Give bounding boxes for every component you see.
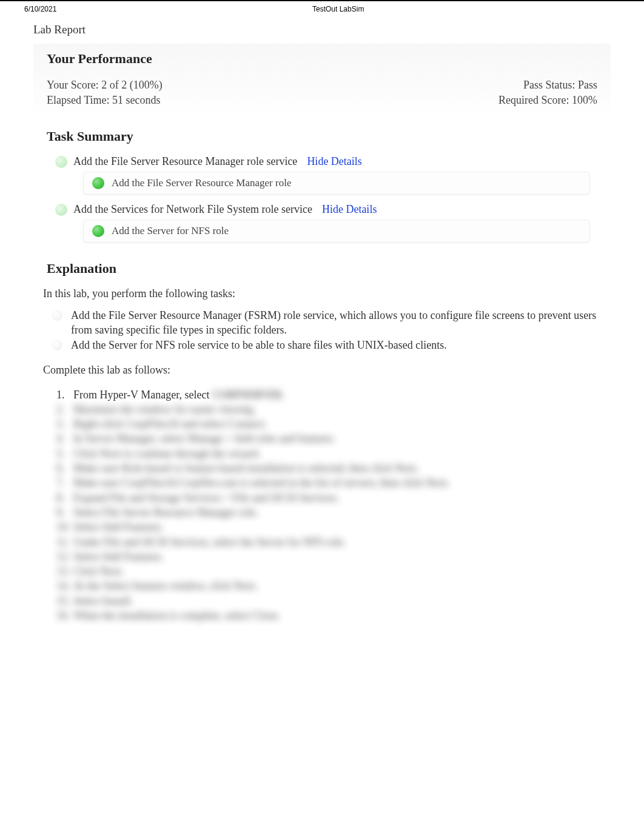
explanation-section: Explanation In this lab, you perform the… xyxy=(33,256,611,628)
task-summary-heading: Task Summary xyxy=(47,129,597,144)
hide-details-link[interactable]: Hide Details xyxy=(307,155,361,168)
task-summary-section: Task Summary Add the File Server Resourc… xyxy=(33,124,611,256)
check-icon xyxy=(92,225,104,237)
elapsed-time: Elapsed Time: 51 seconds xyxy=(47,93,161,108)
subtask-item: Add the Server for NFS role xyxy=(83,220,590,243)
blurred-steps: 2.Maximize the window for easier viewing… xyxy=(64,402,597,623)
hide-details-link[interactable]: Hide Details xyxy=(322,203,377,216)
performance-section: Your Performance Your Score: 2 of 2 (100… xyxy=(33,44,611,119)
check-icon xyxy=(55,204,67,216)
subtask-item: Add the File Server Resource Manager rol… xyxy=(83,172,590,195)
bullet-text: Add the File Server Resource Manager (FS… xyxy=(71,309,597,337)
score-label: Your Score: 2 of 2 (100%) xyxy=(47,78,163,93)
step-item: 1. From Hyper-V Manager, select CORPSERV… xyxy=(73,387,597,402)
explanation-heading: Explanation xyxy=(47,261,597,277)
task-label: Add the File Server Resource Manager rol… xyxy=(73,155,297,168)
report-title: Lab Report xyxy=(33,23,611,36)
required-score: Required Score: 100% xyxy=(498,93,597,108)
steps-list: 1. From Hyper-V Manager, select CORPSERV… xyxy=(64,387,597,623)
subtask-label: Add the File Server Resource Manager rol… xyxy=(112,177,291,189)
step-number: 1. xyxy=(56,387,65,402)
step-blurred-text: CORPSERVER. xyxy=(212,387,284,402)
pass-status: Pass Status: Pass xyxy=(523,78,597,93)
report-body: Lab Report Your Performance Your Score: … xyxy=(0,17,644,634)
check-icon xyxy=(92,177,104,189)
explanation-intro: In this lab, you perform the following t… xyxy=(43,287,597,300)
step-visible-text: From Hyper-V Manager, select xyxy=(73,389,212,401)
subtask-label: Add the Server for NFS role xyxy=(112,225,229,237)
app-title: TestOut LabSim xyxy=(312,5,364,13)
bullet-item: Add the File Server Resource Manager (FS… xyxy=(52,309,597,337)
bullet-list: Add the File Server Resource Manager (FS… xyxy=(52,309,597,352)
bullet-text: Add the Server for NFS role service to b… xyxy=(71,338,447,352)
task-item: Add the File Server Resource Manager rol… xyxy=(55,155,597,168)
task-label: Add the Services for Network File System… xyxy=(73,203,312,216)
date-text: 6/10/2021 xyxy=(24,5,56,13)
performance-heading: Your Performance xyxy=(47,51,597,67)
bullet-icon xyxy=(52,310,62,321)
complete-intro: Complete this lab as follows: xyxy=(43,364,597,377)
page-header: 6/10/2021 TestOut LabSim xyxy=(0,0,644,17)
check-icon xyxy=(55,156,67,168)
bullet-icon xyxy=(52,340,62,350)
task-item: Add the Services for Network File System… xyxy=(55,203,597,216)
bullet-item: Add the Server for NFS role service to b… xyxy=(52,338,597,352)
